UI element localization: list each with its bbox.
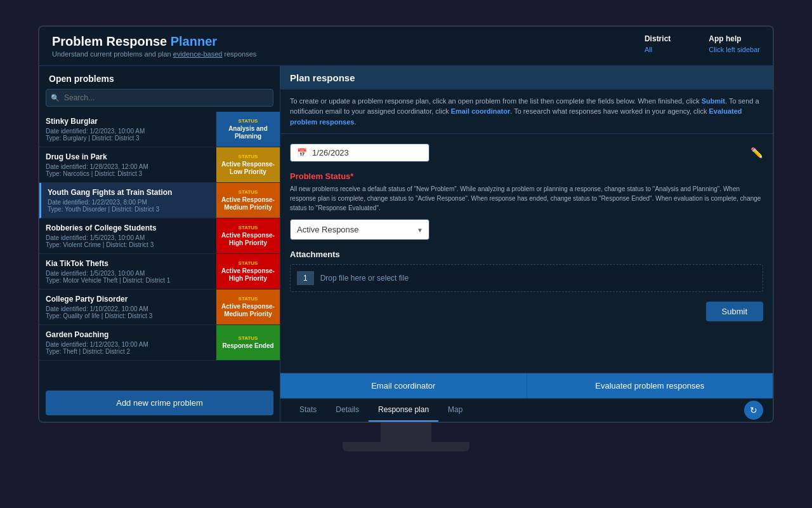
district-label: District — [645, 34, 671, 43]
left-panel: Open problems 🔍 Stinky Burglar Date iden… — [39, 66, 280, 422]
drop-text: Drop file here or select file — [320, 274, 409, 283]
help-value: Click left sidebar — [709, 46, 760, 53]
status-badge: Status Active Response-Medium Priority — [216, 290, 280, 324]
problem-meta: Date identified: 1/2/2023, 10:00 AM — [46, 128, 210, 135]
right-panel: Plan response To create or update a prob… — [280, 66, 773, 422]
district-value: All — [645, 46, 652, 53]
submit-highlight: Submit — [702, 97, 725, 105]
problem-info: Drug Use in Park Date identified: 1/28/2… — [39, 147, 216, 182]
plan-response-title: Plan response — [290, 72, 763, 83]
stand-neck — [381, 423, 431, 442]
problem-item[interactable]: Garden Poaching Date identified: 1/12/20… — [39, 325, 280, 361]
app-title-text: Problem Response Planner — [52, 34, 256, 49]
problem-item[interactable]: Robberies of College Students Date ident… — [39, 218, 280, 254]
monitor-stand — [38, 423, 774, 451]
status-badge: Status Active Response-Low Priority — [216, 147, 280, 182]
status-badge: Status Active Response-High Priority — [216, 218, 280, 253]
search-icon: 🔍 — [51, 93, 60, 102]
problem-name: Stinky Burglar — [46, 117, 210, 126]
submit-button[interactable]: Submit — [706, 302, 763, 321]
search-input[interactable] — [46, 89, 273, 107]
problem-type: Type: Violent Crime | District: District… — [46, 241, 210, 248]
search-box: 🔍 — [46, 89, 273, 107]
problem-info: Garden Poaching Date identified: 1/12/20… — [39, 325, 216, 360]
status-badge: Status Active Response-Medium Priority — [216, 183, 280, 218]
stand-base — [343, 442, 469, 451]
right-panel-content: 📅 ✏️ Problem Status* All new problems re… — [280, 134, 773, 373]
attachments-title: Attachments — [290, 250, 763, 259]
status-badge: Status Active Response-High Priority — [216, 254, 280, 289]
problem-item[interactable]: Kia TikTok Thefts Date identified: 1/5/2… — [39, 254, 280, 290]
action-buttons: Email coordinator Evaluated problem resp… — [280, 373, 773, 398]
problem-status-label: Problem Status* — [290, 171, 763, 181]
required-indicator: * — [350, 171, 353, 181]
problem-item[interactable]: Stinky Burglar Date identified: 1/2/2023… — [39, 112, 280, 147]
problem-item[interactable]: College Party Disorder Date identified: … — [39, 290, 280, 325]
email-coordinator-highlight: Email coordinator — [451, 107, 511, 115]
problem-name: Garden Poaching — [46, 330, 210, 339]
email-coordinator-button[interactable]: Email coordinator — [280, 373, 527, 398]
tab-map[interactable]: Map — [438, 399, 472, 422]
tab-response-plan[interactable]: Response plan — [369, 399, 438, 422]
problem-name: Drug Use in Park — [46, 152, 210, 161]
evaluated-responses-highlight: Evaluated problem responses — [290, 107, 742, 126]
problem-name: Youth Gang Fights at Train Station — [48, 188, 210, 197]
main-content: Open problems 🔍 Stinky Burglar Date iden… — [39, 66, 773, 422]
header-help: App help Click left sidebar — [709, 34, 760, 55]
date-row: 📅 ✏️ — [290, 144, 763, 162]
app-title: Problem Response Planner Understand curr… — [52, 34, 256, 58]
problem-meta: Date identified: 1/28/2023, 12:00 AM — [46, 163, 210, 170]
problem-type: Type: Youth Disorder | District: Distric… — [48, 206, 210, 213]
problem-meta: Date identified: 1/5/2023, 10:00 AM — [46, 270, 210, 277]
attachments-section: Attachments 1 Drop file here or select f… — [290, 250, 763, 292]
problem-name: Kia TikTok Thefts — [46, 259, 210, 268]
tabs-bar: Stats Details Response plan Map ↻ — [280, 398, 773, 422]
status-description: All new problems receive a default statu… — [290, 184, 763, 213]
status-badge: Status Analysis and Planning — [216, 112, 280, 147]
problem-type: Type: Motor Vehicle Theft | District: Di… — [46, 277, 210, 284]
problem-type: Type: Narcotics | District: District 3 — [46, 170, 210, 177]
date-field: 📅 — [290, 144, 429, 162]
problem-info: Kia TikTok Thefts Date identified: 1/5/2… — [39, 254, 216, 289]
problem-item-selected[interactable]: Youth Gang Fights at Train Station Date … — [39, 183, 280, 218]
status-select-container: New Problem Analysis and Planning Active… — [290, 219, 429, 240]
problem-meta: Date identified: 1/5/2023, 10:00 AM — [46, 234, 210, 241]
header-district: District All — [645, 34, 671, 55]
help-label: App help — [709, 34, 760, 43]
problem-status-section: Problem Status* All new problems receive… — [290, 171, 763, 240]
evaluated-responses-button[interactable]: Evaluated problem responses — [527, 373, 773, 398]
header-right: District All App help Click left sidebar — [645, 34, 760, 55]
submit-row: Submit — [290, 302, 763, 321]
status-select[interactable]: New Problem Analysis and Planning Active… — [290, 219, 429, 240]
problem-info: Robberies of College Students Date ident… — [39, 218, 216, 253]
app-header: Problem Response Planner Understand curr… — [39, 27, 773, 66]
problem-info: Youth Gang Fights at Train Station Date … — [41, 183, 216, 218]
problem-item[interactable]: Drug Use in Park Date identified: 1/28/2… — [39, 147, 280, 183]
problem-type: Type: Theft | District: District 2 — [46, 348, 210, 355]
plan-response-header: Plan response — [280, 66, 773, 90]
plan-response-desc: To create or update a problem response p… — [280, 90, 773, 135]
problem-type: Type: Quality of life | District: Distri… — [46, 312, 210, 319]
problem-type: Type: Burglary | District: District 3 — [46, 135, 210, 142]
status-badge: Status Response Ended — [216, 325, 280, 360]
refresh-button[interactable]: ↻ — [744, 401, 763, 420]
problem-meta: Date identified: 1/12/2023, 10:00 AM — [46, 341, 210, 348]
open-problems-title: Open problems — [39, 66, 280, 89]
tab-stats[interactable]: Stats — [290, 399, 326, 422]
problem-meta: Date identified: 1/10/2022, 10:00 AM — [46, 305, 210, 312]
problem-info: Stinky Burglar Date identified: 1/2/2023… — [39, 112, 216, 147]
problem-info: College Party Disorder Date identified: … — [39, 290, 216, 324]
date-input[interactable] — [312, 148, 419, 157]
app-subtitle: Understand current problems and plan evi… — [52, 50, 256, 58]
problem-name: Robberies of College Students — [46, 224, 210, 232]
drop-count: 1 — [297, 271, 314, 285]
add-problem-button[interactable]: Add new crime problem — [46, 391, 273, 415]
problem-meta: Date identified: 1/22/2023, 8:00 PM — [48, 199, 210, 206]
calendar-icon: 📅 — [297, 148, 307, 157]
problem-name: College Party Disorder — [46, 295, 210, 304]
drop-zone[interactable]: 1 Drop file here or select file — [290, 264, 763, 292]
problems-list: Stinky Burglar Date identified: 1/2/2023… — [39, 112, 280, 384]
edit-icon[interactable]: ✏️ — [750, 147, 763, 159]
tab-details[interactable]: Details — [326, 399, 369, 422]
